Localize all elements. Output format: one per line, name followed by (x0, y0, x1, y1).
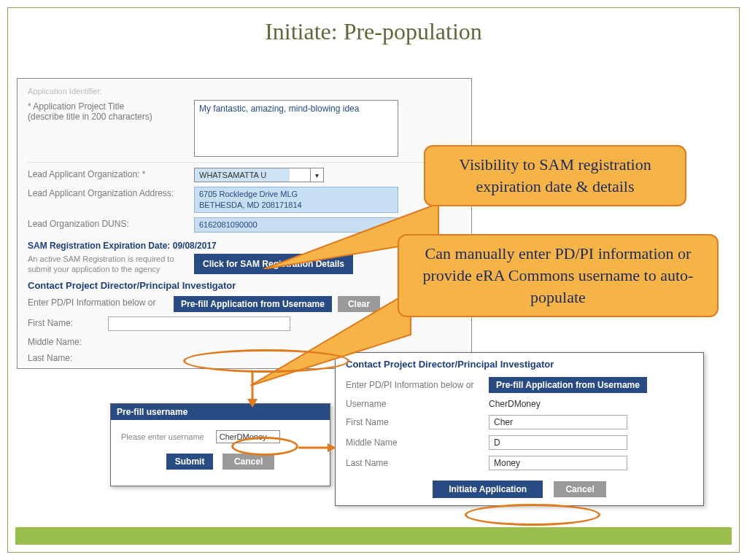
footer-bar (15, 527, 732, 545)
prefill-username-input[interactable] (216, 430, 280, 443)
annotation-arrow-down (241, 371, 263, 409)
application-identifier-row: Application Identifier: (28, 83, 461, 98)
svg-marker-1 (250, 291, 411, 386)
lead-org-select[interactable]: WHATSAMATTA U ▾ (194, 168, 324, 182)
lead-duns-label: Lead Organization DUNS: (28, 217, 194, 229)
result-mn-label: Middle Name (346, 438, 489, 448)
annotation-arrow-right (298, 441, 338, 454)
slide-frame: Initiate: Pre-population Application Ide… (7, 7, 740, 553)
result-mn-input[interactable]: D (489, 435, 627, 450)
callout2-tail (250, 291, 422, 386)
project-title-row: * Application Project Title (describe ti… (28, 98, 461, 159)
svg-marker-5 (328, 443, 336, 452)
prefill-dialog-header: Pre-fill username (111, 404, 330, 420)
pdpi-instruction-label: Enter PD/PI Information below or (28, 296, 174, 308)
initiate-application-button[interactable]: Initiate Application (433, 481, 543, 498)
first-name-label: First Name: (28, 316, 108, 328)
prefill-username-label: Please enter username (121, 432, 204, 441)
result-fn-label: First Name (346, 417, 489, 427)
annotation-circle-initiate-btn (465, 504, 600, 526)
result-ln-label: Last Name (346, 458, 489, 468)
result-username-label: Username (346, 399, 489, 409)
result-ln-input[interactable]: Money (489, 456, 627, 470)
lead-addr-label: Lead Applicant Organization Address: (28, 187, 194, 198)
lead-org-row: Lead Applicant Organization: * WHATSAMAT… (28, 166, 461, 184)
callout-sam: Visibility to SAM registration expiratio… (424, 145, 686, 206)
sam-date: 09/08/2017 (173, 241, 217, 251)
application-identifier-label: Application Identifier: (28, 85, 194, 96)
prefill-cancel-button[interactable]: Cancel (222, 454, 274, 470)
prefill-username-dialog: Pre-fill username Please enter username … (110, 403, 330, 486)
lead-org-value: WHATSAMATTA U (199, 171, 266, 179)
project-title-input[interactable]: My fantastic, amazing, mind-blowing idea (194, 100, 398, 157)
slide-title: Initiate: Pre-population (8, 8, 739, 52)
prefill-submit-button[interactable]: Submit (166, 454, 214, 470)
sam-label: SAM Registration Expiration Date: (28, 241, 170, 251)
lead-org-label: Lead Applicant Organization: * (28, 168, 194, 179)
sam-note-text: An active SAM Registration is required t… (28, 254, 194, 274)
chevron-down-icon: ▾ (310, 168, 323, 182)
result-prefill-button[interactable]: Pre-fill Application from Username (489, 377, 647, 393)
middle-name-label: Middle Name: (28, 335, 108, 347)
last-name-label: Last Name: (28, 351, 108, 363)
project-title-label: * Application Project Title (describe ti… (28, 100, 194, 122)
result-cancel-button[interactable]: Cancel (554, 481, 605, 497)
svg-marker-3 (247, 399, 258, 408)
callout-pdpi: Can manually enter PD/PI information or … (398, 234, 719, 317)
result-fn-input[interactable]: Cher (489, 415, 627, 429)
result-username-value: CherDMoney (489, 399, 541, 409)
